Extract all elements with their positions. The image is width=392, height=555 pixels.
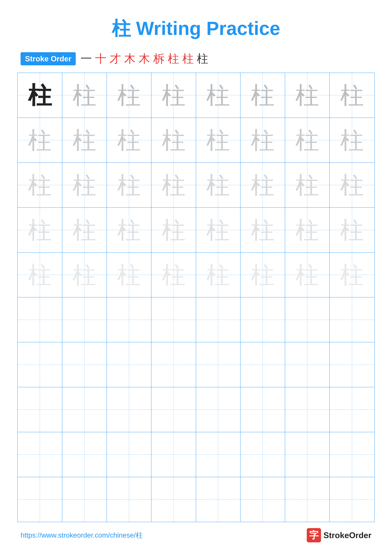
grid-cell-5-2[interactable]: 柱	[62, 253, 107, 297]
grid-cell-10-6[interactable]	[241, 477, 285, 522]
grid-cell-2-3[interactable]: 柱	[107, 118, 151, 162]
grid-row-6	[18, 297, 374, 342]
grid-cell-2-7[interactable]: 柱	[285, 118, 330, 162]
grid-cell-2-1[interactable]: 柱	[18, 118, 62, 162]
grid-cell-9-3[interactable]	[107, 432, 151, 477]
stroke-3: 才	[110, 51, 121, 66]
grid-cell-9-6[interactable]	[241, 432, 285, 477]
grid-cell-2-4[interactable]: 柱	[151, 118, 196, 162]
grid-cell-6-6[interactable]	[241, 297, 285, 342]
grid-cell-2-8[interactable]: 柱	[330, 118, 374, 162]
grid-cell-7-3[interactable]	[107, 342, 151, 387]
grid-cell-2-5[interactable]: 柱	[196, 118, 241, 162]
grid-cell-1-5[interactable]: 柱	[196, 73, 241, 117]
practice-grid: 柱柱柱柱柱柱柱柱柱柱柱柱柱柱柱柱柱柱柱柱柱柱柱柱柱柱柱柱柱柱柱柱柱柱柱柱柱柱柱柱	[17, 73, 375, 522]
grid-cell-8-5[interactable]	[196, 387, 241, 432]
grid-cell-5-5[interactable]: 柱	[196, 253, 241, 297]
stroke-7: 柱	[168, 51, 179, 66]
grid-cell-6-1[interactable]	[18, 297, 62, 342]
practice-character: 柱	[107, 163, 151, 207]
practice-character: 柱	[241, 208, 285, 252]
grid-cell-6-7[interactable]	[285, 297, 330, 342]
grid-cell-4-4[interactable]: 柱	[151, 208, 196, 252]
grid-cell-5-8[interactable]: 柱	[330, 253, 374, 297]
grid-cell-3-7[interactable]: 柱	[285, 163, 330, 207]
grid-cell-3-3[interactable]: 柱	[107, 163, 151, 207]
grid-cell-1-2[interactable]: 柱	[62, 73, 107, 117]
practice-character: 柱	[285, 118, 329, 162]
page-title: 柱 Writing Practice	[112, 18, 280, 39]
grid-cell-10-3[interactable]	[107, 477, 151, 522]
practice-character: 柱	[151, 163, 196, 207]
grid-cell-7-1[interactable]	[18, 342, 62, 387]
grid-cell-1-7[interactable]: 柱	[285, 73, 330, 117]
practice-character: 柱	[107, 208, 151, 252]
grid-cell-10-8[interactable]	[330, 477, 374, 522]
practice-character: 柱	[62, 253, 107, 297]
grid-cell-8-6[interactable]	[241, 387, 285, 432]
grid-cell-3-5[interactable]: 柱	[196, 163, 241, 207]
stroke-1: 一	[80, 51, 92, 66]
grid-cell-7-2[interactable]	[62, 342, 107, 387]
grid-cell-9-2[interactable]	[62, 432, 107, 477]
grid-cell-4-1[interactable]: 柱	[18, 208, 62, 252]
grid-cell-7-6[interactable]	[241, 342, 285, 387]
grid-cell-9-4[interactable]	[151, 432, 196, 477]
grid-cell-7-8[interactable]	[330, 342, 374, 387]
grid-cell-4-3[interactable]: 柱	[107, 208, 151, 252]
grid-cell-3-8[interactable]: 柱	[330, 163, 374, 207]
grid-cell-1-3[interactable]: 柱	[107, 73, 151, 117]
grid-cell-4-2[interactable]: 柱	[62, 208, 107, 252]
grid-cell-2-2[interactable]: 柱	[62, 118, 107, 162]
grid-cell-2-6[interactable]: 柱	[241, 118, 285, 162]
grid-cell-4-6[interactable]: 柱	[241, 208, 285, 252]
grid-cell-9-5[interactable]	[196, 432, 241, 477]
grid-row-3: 柱柱柱柱柱柱柱柱	[18, 163, 374, 208]
grid-cell-7-4[interactable]	[151, 342, 196, 387]
grid-cell-8-2[interactable]	[62, 387, 107, 432]
grid-cell-5-3[interactable]: 柱	[107, 253, 151, 297]
grid-cell-10-7[interactable]	[285, 477, 330, 522]
grid-cell-3-4[interactable]: 柱	[151, 163, 196, 207]
grid-cell-3-6[interactable]: 柱	[241, 163, 285, 207]
practice-character: 柱	[151, 253, 196, 297]
grid-cell-9-1[interactable]	[18, 432, 62, 477]
grid-cell-4-7[interactable]: 柱	[285, 208, 330, 252]
grid-cell-5-4[interactable]: 柱	[151, 253, 196, 297]
grid-cell-1-4[interactable]: 柱	[151, 73, 196, 117]
grid-cell-6-3[interactable]	[107, 297, 151, 342]
grid-cell-6-5[interactable]	[196, 297, 241, 342]
grid-cell-8-3[interactable]	[107, 387, 151, 432]
grid-cell-8-7[interactable]	[285, 387, 330, 432]
grid-cell-5-7[interactable]: 柱	[285, 253, 330, 297]
grid-cell-5-1[interactable]: 柱	[18, 253, 62, 297]
grid-cell-8-1[interactable]	[18, 387, 62, 432]
grid-cell-4-5[interactable]: 柱	[196, 208, 241, 252]
grid-cell-1-1[interactable]: 柱	[18, 73, 62, 117]
grid-cell-5-6[interactable]: 柱	[241, 253, 285, 297]
grid-cell-10-2[interactable]	[62, 477, 107, 522]
grid-cell-8-8[interactable]	[330, 387, 374, 432]
practice-character: 柱	[151, 118, 196, 162]
grid-cell-10-4[interactable]	[151, 477, 196, 522]
grid-cell-9-7[interactable]	[285, 432, 330, 477]
grid-cell-1-8[interactable]: 柱	[330, 73, 374, 117]
grid-cell-10-5[interactable]	[196, 477, 241, 522]
grid-cell-6-8[interactable]	[330, 297, 374, 342]
grid-cell-8-4[interactable]	[151, 387, 196, 432]
practice-character: 柱	[285, 163, 329, 207]
grid-cell-3-1[interactable]: 柱	[18, 163, 62, 207]
grid-cell-6-4[interactable]	[151, 297, 196, 342]
grid-cell-6-2[interactable]	[62, 297, 107, 342]
grid-cell-3-2[interactable]: 柱	[62, 163, 107, 207]
grid-row-1: 柱柱柱柱柱柱柱柱	[18, 73, 374, 118]
grid-cell-7-7[interactable]	[285, 342, 330, 387]
practice-character: 柱	[241, 253, 285, 297]
practice-character: 柱	[330, 208, 374, 252]
grid-cell-10-1[interactable]	[18, 477, 62, 522]
practice-character: 柱	[285, 208, 329, 252]
grid-cell-7-5[interactable]	[196, 342, 241, 387]
grid-cell-4-8[interactable]: 柱	[330, 208, 374, 252]
grid-cell-1-6[interactable]: 柱	[241, 73, 285, 117]
grid-cell-9-8[interactable]	[330, 432, 374, 477]
